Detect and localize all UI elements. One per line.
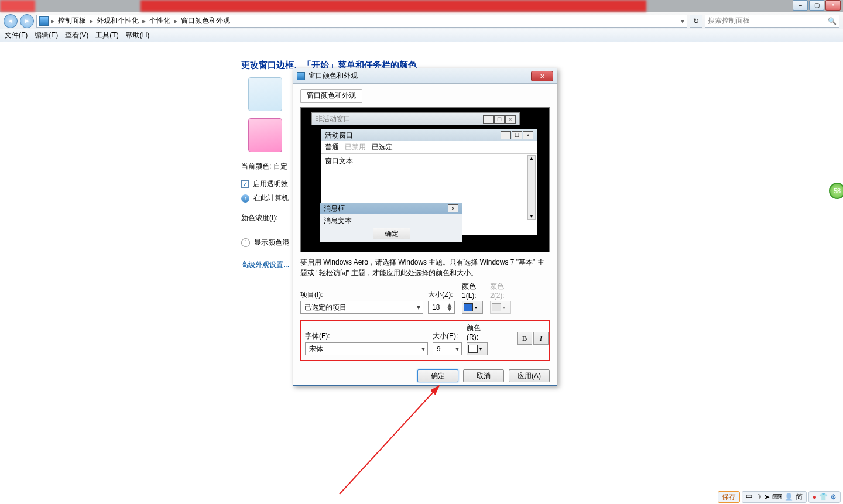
advanced-appearance-link[interactable]: 高级外观设置...: [241, 260, 289, 269]
item-combobox[interactable]: 已选定的项目 ▾: [300, 301, 423, 314]
expander-label[interactable]: 显示颜色混: [254, 238, 289, 246]
font-label: 字体(F):: [305, 331, 428, 341]
tray-ime-group[interactable]: 中 ☽ ➤ ⌨ 👤 简: [742, 491, 807, 503]
size-label: 大小(Z):: [428, 290, 457, 300]
window-minimize-button[interactable]: –: [793, 0, 808, 11]
ptn-max-icon: ☐: [494, 115, 505, 124]
font-color-button[interactable]: ▾: [467, 342, 488, 355]
font-size-combobox[interactable]: 9 ▾: [433, 342, 462, 355]
transparency-label: 启用透明效: [253, 180, 288, 188]
search-icon: 🔍: [828, 17, 837, 25]
bold-button[interactable]: B: [517, 332, 532, 345]
menu-bar: 文件(F) 编辑(E) 查看(V) 工具(T) 帮助(H): [0, 29, 843, 42]
hardware-note: 在此计算机: [253, 194, 289, 202]
crumb-sep: ▸: [50, 17, 56, 25]
apply-button[interactable]: 应用(A): [509, 369, 550, 382]
caret-icon: ▾: [475, 305, 477, 310]
ptn-min-icon: _: [483, 115, 494, 124]
floating-badge[interactable]: 58: [829, 183, 843, 199]
highlighted-region: 字体(F): 宋体 ▾ 大小(E): 9 ▾ 颜: [300, 320, 550, 361]
search-input[interactable]: 搜索控制面板 🔍: [705, 15, 839, 28]
ptn-close-icon: ×: [505, 115, 516, 124]
dialog-close-button[interactable]: ✕: [531, 71, 553, 81]
caret-icon: ▾: [455, 345, 459, 353]
tray-save[interactable]: 保存: [718, 491, 740, 503]
crumb-appearance[interactable]: 外观和个性化: [95, 16, 140, 26]
tab-window-color[interactable]: 窗口颜色和外观: [300, 89, 362, 103]
crumb-sep: ▸: [173, 17, 179, 25]
annotation-arrow: [328, 380, 457, 497]
address-bar[interactable]: ▸ 控制面板 ▸ 外观和个性化 ▸ 个性化 ▸ 窗口颜色和外观 ▾: [36, 15, 687, 28]
intensity-label: 颜色浓度(I):: [241, 214, 278, 222]
color1-button[interactable]: ▾: [462, 301, 483, 314]
preview-inactive-window: 非活动窗口 _ ☐ ×: [311, 112, 520, 125]
ime-cn-icon[interactable]: 中: [746, 492, 753, 502]
crumb-personalization[interactable]: 个性化: [148, 16, 172, 26]
menu-file[interactable]: 文件(F): [5, 30, 28, 40]
preview-menu-normal: 普通: [325, 142, 339, 152]
ok-button[interactable]: 确定: [417, 369, 458, 382]
inactive-window-title: 非活动窗口: [316, 114, 351, 124]
crumb-window-color[interactable]: 窗口颜色和外观: [180, 16, 231, 26]
msgbox-text: 消息文本: [320, 214, 462, 228]
ime-moon-icon[interactable]: ☽: [755, 493, 762, 501]
window-maximize-button[interactable]: ▢: [809, 0, 824, 11]
cancel-button[interactable]: 取消: [463, 369, 504, 382]
title-blur-left: [0, 0, 35, 12]
font-combobox[interactable]: 宋体 ▾: [305, 342, 428, 355]
caret-icon: ▾: [422, 345, 425, 353]
ime-user-icon[interactable]: 👤: [784, 493, 793, 501]
crumb-control-panel[interactable]: 控制面板: [57, 16, 87, 26]
color1-swatch: [464, 303, 473, 311]
tray-record-icon[interactable]: ●: [813, 493, 817, 501]
dialog-icon: [297, 72, 305, 80]
color-swatch-pink[interactable]: [248, 118, 282, 152]
font-color-swatch: [468, 345, 478, 353]
ime-keyboard-icon[interactable]: ⌨: [772, 493, 782, 501]
tray-skin-icon[interactable]: 👕: [819, 493, 828, 501]
address-dropdown-icon[interactable]: ▾: [681, 17, 684, 25]
size-value: 18: [432, 303, 440, 311]
nav-back-button[interactable]: ◄: [4, 14, 18, 28]
svg-line-0: [340, 386, 439, 494]
refresh-button[interactable]: ↻: [690, 15, 702, 28]
nav-forward-button[interactable]: ►: [20, 14, 34, 28]
spin-arrows-icon: ▲▼: [446, 303, 453, 311]
active-window-title: 活动窗口: [325, 131, 353, 140]
tray-extra-group[interactable]: ● 👕 ⚙: [808, 491, 841, 503]
crumb-sep: ▸: [141, 17, 147, 25]
window-close-button[interactable]: ×: [825, 0, 841, 11]
menu-view[interactable]: 查看(V): [65, 30, 88, 40]
ime-punct-icon[interactable]: ➤: [764, 493, 770, 501]
preview-area: 非活动窗口 _ ☐ × 活动窗口 _ ☐ ×: [300, 107, 550, 252]
font-size-value: 9: [437, 345, 441, 353]
item-value: 已选定的项目: [304, 303, 347, 313]
tray-settings-icon[interactable]: ⚙: [830, 493, 837, 501]
menu-edit[interactable]: 编辑(E): [35, 30, 58, 40]
color2-swatch: [492, 303, 501, 311]
ime-tray: 保存 中 ☽ ➤ ⌨ 👤 简 ● 👕 ⚙: [718, 491, 841, 503]
menu-tools[interactable]: 工具(T): [95, 30, 118, 40]
font-color-label: 颜色(R):: [467, 323, 490, 341]
current-color-label: 当前颜色: 自定: [241, 162, 287, 170]
preview-menu-selected: 已选定: [372, 142, 393, 152]
size-spinner[interactable]: 18 ▲▼: [428, 301, 455, 314]
color1-label: 颜色 1(L):: [462, 282, 485, 300]
ime-jian-icon[interactable]: 简: [796, 492, 803, 502]
italic-button[interactable]: I: [533, 332, 549, 345]
color2-label: 颜色 2(2):: [490, 282, 513, 300]
msgbox-ok-button: 确定: [373, 228, 410, 239]
search-placeholder: 搜索控制面板: [708, 16, 750, 26]
transparency-checkbox[interactable]: ✓: [241, 180, 249, 188]
menu-help[interactable]: 帮助(H): [126, 30, 150, 40]
preview-message-box: 消息框 × 消息文本 确定: [320, 203, 462, 242]
aero-note: 要启用 Windows Aero，请选择 Windows 主题。只有选择 Win…: [300, 257, 550, 278]
dialog-titlebar[interactable]: 窗口颜色和外观 ✕: [293, 68, 557, 84]
preview-scrollbar: [527, 155, 536, 220]
msgbox-close-icon: ×: [448, 204, 458, 212]
color-swatch-sky[interactable]: [248, 77, 282, 111]
title-blur-mid: [140, 0, 646, 12]
site-icon: [39, 16, 49, 26]
expander-icon[interactable]: ˅: [241, 238, 250, 247]
preview-menu-disabled: 已禁用: [345, 142, 366, 152]
